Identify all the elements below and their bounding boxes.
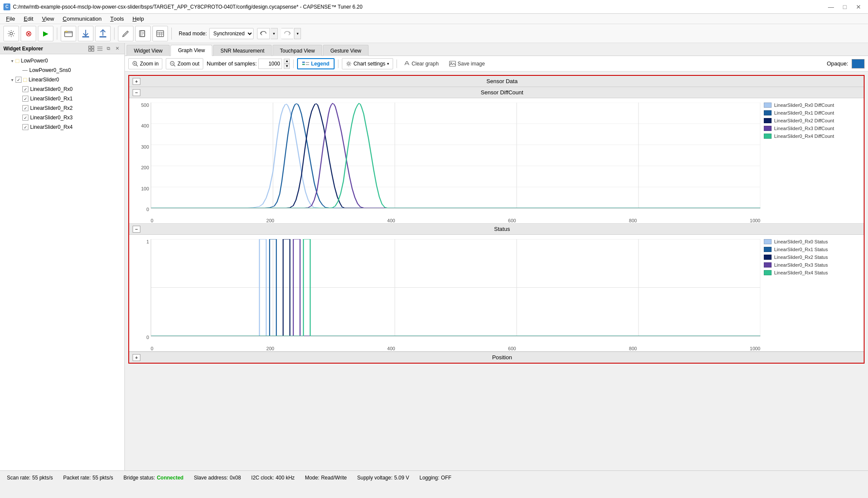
position-expand-button[interactable]: + — [133, 354, 140, 361]
samples-spinner: ▲ ▼ — [284, 59, 290, 69]
export-button[interactable] — [135, 26, 151, 41]
tab-graph-view[interactable]: Graph View — [170, 45, 212, 56]
widget-explorer-title: Widget Explorer — [3, 46, 43, 52]
run-button[interactable]: ▶ — [38, 26, 53, 41]
svg-rect-6 — [157, 31, 164, 37]
tab-widget-view[interactable]: Widget View — [127, 45, 170, 56]
legend-item-rx4-status: LinearSlider0_Rx4 Status — [764, 270, 860, 275]
mode-value: Read/Write — [321, 475, 347, 481]
widget-explorer-header: Widget Explorer ⧉ ✕ — [0, 43, 124, 54]
maximize-button[interactable]: □ — [839, 2, 851, 12]
close-panel-button[interactable]: ✕ — [113, 45, 121, 53]
tree-item-rx3[interactable]: ✓ LinearSlider0_Rx3 — [0, 113, 124, 122]
edit-widget-button[interactable] — [118, 26, 133, 41]
menu-communication[interactable]: Communication — [59, 14, 106, 24]
legend-label-rx2-diff: LinearSlider0_Rx2 DiffCount — [774, 118, 834, 123]
close-button[interactable]: ✕ — [852, 2, 865, 12]
sensor-data-expand-button[interactable]: + — [133, 78, 140, 85]
svg-rect-13 — [302, 62, 305, 63]
legend-item-rx2-status: LinearSlider0_Rx2 Status — [764, 255, 860, 260]
menu-help[interactable]: Help — [128, 14, 149, 24]
stop-button[interactable]: ⊗ — [21, 26, 36, 41]
samples-section: Number of samples: ▲ ▼ — [207, 59, 290, 69]
svg-rect-2 — [82, 36, 89, 37]
y-label-500: 500 — [141, 103, 149, 108]
zoom-in-button[interactable]: Zoom in — [128, 58, 162, 69]
save-image-button[interactable]: Save image — [446, 58, 488, 69]
redo-button[interactable] — [281, 28, 293, 39]
upload-button[interactable] — [95, 26, 111, 41]
folder-icon-lowpower0: □ — [16, 57, 19, 64]
undo-button[interactable] — [257, 28, 270, 39]
checkbox-rx0[interactable]: ✓ — [22, 86, 28, 92]
table-button[interactable] — [152, 26, 168, 41]
checkbox-rx2[interactable]: ✓ — [22, 105, 28, 111]
samples-up[interactable]: ▲ — [284, 59, 290, 64]
logging-item: Logging: OFF — [419, 475, 451, 481]
diff-count-canvas[interactable] — [151, 103, 760, 209]
opaque-color-swatch[interactable] — [852, 59, 865, 68]
tree-item-rx1[interactable]: ✓ LinearSlider0_Rx1 — [0, 94, 124, 103]
legend-color-rx2-status — [764, 255, 772, 260]
widget-explorer-icon-2[interactable] — [96, 45, 104, 53]
widget-explorer-icon-1[interactable] — [87, 45, 95, 53]
samples-down[interactable]: ▼ — [284, 64, 290, 69]
clear-graph-button[interactable]: Clear graph — [400, 58, 442, 69]
menu-tools[interactable]: Tools — [106, 14, 128, 24]
menu-view[interactable]: View — [37, 14, 58, 24]
redo-dropdown[interactable]: ▾ — [294, 28, 301, 39]
status-collapse-button[interactable]: − — [133, 226, 140, 233]
zoom-out-button[interactable]: Zoom out — [166, 58, 203, 69]
diff-count-collapse-button[interactable]: − — [133, 89, 140, 96]
tree-label-rx1: LinearSlider0_Rx1 — [30, 96, 73, 102]
i2c-clock-value: 400 kHz — [276, 475, 294, 481]
svg-point-17 — [348, 62, 350, 65]
samples-input[interactable] — [258, 59, 282, 69]
undock-button[interactable]: ⧉ — [105, 45, 112, 53]
minimize-button[interactable]: — — [825, 2, 837, 12]
i2c-clock-label: I2C clock: — [251, 475, 274, 481]
i2c-clock-item: I2C clock: 400 kHz — [251, 475, 295, 481]
open-button[interactable] — [61, 26, 76, 41]
y-label-200: 200 — [141, 165, 149, 170]
menu-edit[interactable]: Edit — [19, 14, 37, 24]
tree-item-linearslider0[interactable]: ▾ ✓ □ LinearSlider0 — [0, 75, 124, 84]
checkbox-rx1[interactable]: ✓ — [22, 96, 28, 102]
legend-item-rx3-diff: LinearSlider0_Rx3 DiffCount — [764, 126, 860, 131]
widget-tree: ▾ □ LowPower0 — LowPower0_Sns0 ▾ ✓ □ Lin… — [0, 54, 124, 470]
checkbox-rx4[interactable]: ✓ — [22, 124, 28, 130]
y-label-0: 0 — [146, 207, 149, 212]
menubar: File Edit View Communication Tools Help — [0, 14, 868, 24]
legend-button[interactable]: Legend — [297, 58, 335, 69]
legend-item-rx0-diff: LinearSlider0_Rx0 DiffCount — [764, 103, 860, 108]
checkbox-linearslider0[interactable]: ✓ — [16, 77, 22, 83]
expand-icon-lowpower-sns0 — [16, 67, 22, 74]
settings-button[interactable] — [3, 26, 19, 41]
undo-dropdown[interactable]: ▾ — [271, 28, 278, 39]
tree-item-lowpower0[interactable]: ▾ □ LowPower0 — [0, 56, 124, 65]
chart-settings-button[interactable]: Chart settings ▾ — [342, 58, 393, 69]
tree-item-rx4[interactable]: ✓ LinearSlider0_Rx4 — [0, 122, 124, 132]
status-x-axis: 0 200 400 600 800 1000 — [151, 345, 760, 351]
legend-label-rx0-diff: LinearSlider0_Rx0 DiffCount — [774, 103, 834, 108]
status-header: − Status — [129, 224, 864, 235]
download-button[interactable] — [78, 26, 93, 41]
svg-point-19 — [450, 62, 452, 63]
status-canvas[interactable] — [151, 239, 760, 336]
checkbox-rx3[interactable]: ✓ — [22, 115, 28, 121]
tab-gesture-view[interactable]: Gesture View — [323, 45, 369, 56]
main-area: Widget Explorer ⧉ ✕ ▾ □ LowPower0 — [0, 43, 868, 470]
tree-item-rx2[interactable]: ✓ LinearSlider0_Rx2 — [0, 103, 124, 113]
diff-count-section: − Sensor DiffCount 500 400 300 200 100 0 — [129, 87, 864, 224]
packet-rate-label: Packet rate: — [63, 475, 91, 481]
tree-item-rx0[interactable]: ✓ LinearSlider0_Rx0 — [0, 84, 124, 94]
diff-count-x-axis: 0 200 400 600 800 1000 — [151, 217, 760, 223]
tab-snr-measurement[interactable]: SNR Measurement — [213, 45, 272, 56]
tree-item-lowpower-sns0[interactable]: — LowPower0_Sns0 — [0, 65, 124, 75]
svg-point-0 — [10, 32, 12, 35]
readmode-select[interactable]: Synchronized — [209, 28, 254, 39]
status-y-axis: 1 0 — [129, 235, 151, 351]
menu-file[interactable]: File — [2, 14, 19, 24]
window-title: C:/mtw/mtb-example-psoc4-msclp-low-power… — [13, 4, 363, 10]
tab-touchpad-view[interactable]: Touchpad View — [273, 45, 322, 56]
